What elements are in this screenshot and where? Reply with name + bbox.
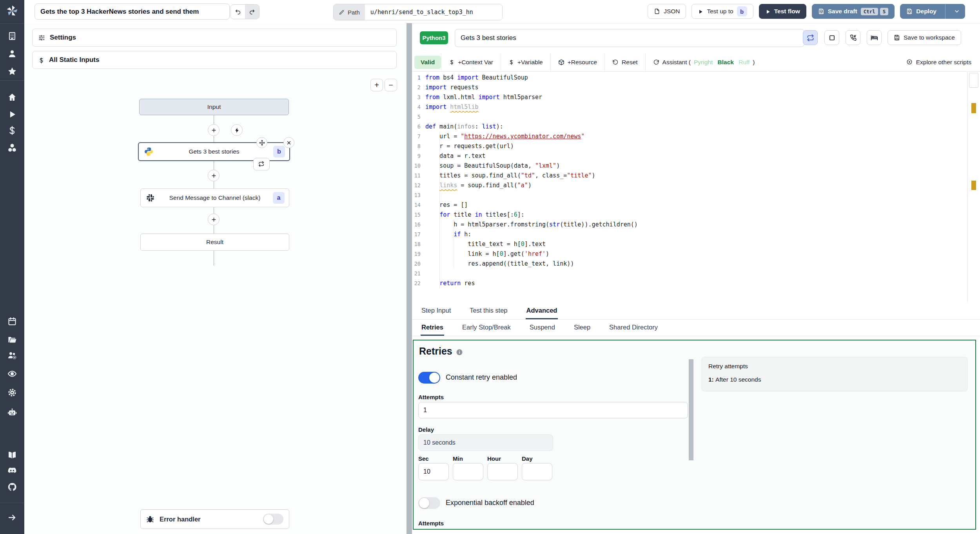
python-icon (144, 147, 154, 157)
flow-title-input[interactable] (34, 4, 230, 20)
flow-node-step-a[interactable]: Send Message to Channel (slack) a (140, 188, 289, 207)
move-step-button[interactable] (256, 137, 267, 148)
subtab-shared-directory[interactable]: Shared Directory (608, 320, 659, 336)
dollar-icon (449, 59, 455, 65)
code-line[interactable]: def main(infos: list): (425, 122, 503, 132)
sidebar-dollar-icon[interactable] (7, 126, 17, 135)
sidebar-user-icon[interactable] (7, 49, 17, 58)
json-button[interactable]: JSON (648, 4, 686, 19)
code-line[interactable]: link = h[0].get('href') (425, 249, 549, 259)
add-context-var-button[interactable]: +Context Var (441, 59, 501, 66)
retries-scrollbar[interactable] (689, 359, 693, 460)
sliders-icon (38, 34, 45, 42)
code-line[interactable]: titles = soup.find_all("td", class_="tit… (425, 171, 595, 181)
add-resource-button[interactable]: +Resource (551, 59, 604, 66)
early-stop-button[interactable] (824, 30, 839, 45)
time-field-input-day[interactable] (522, 463, 552, 480)
attempts-input[interactable] (418, 402, 688, 418)
subtab-retries[interactable]: Retries (421, 320, 444, 336)
test-up-to-button[interactable]: Test up to b (691, 4, 753, 19)
script-title-input[interactable] (455, 29, 804, 47)
line-number: 3 (412, 92, 421, 102)
sidebar-discord-icon[interactable] (7, 466, 17, 475)
add-variable-button[interactable]: +Variable (501, 59, 550, 66)
code-line[interactable]: import requests (425, 83, 478, 92)
flow-static-inputs-button[interactable]: All Static Inputs (32, 51, 397, 69)
code-line[interactable]: data = r.text (425, 151, 486, 161)
subtab-suspend[interactable]: Suspend (529, 320, 556, 336)
delete-step-button[interactable] (283, 137, 294, 148)
reset-button[interactable]: Reset (605, 59, 645, 66)
sidebar-play-icon[interactable] (7, 110, 17, 119)
trigger-button[interactable] (231, 124, 243, 136)
save-to-workspace-button[interactable]: Save to workspace (887, 30, 961, 45)
constant-retry-toggle[interactable] (418, 372, 440, 384)
windmill-logo-icon[interactable] (5, 4, 19, 18)
tab-test-this-step[interactable]: Test this step (469, 303, 508, 319)
flow-node-error-handler[interactable]: Error handler (140, 509, 289, 529)
suspend-button[interactable] (846, 30, 860, 45)
deploy-button[interactable]: Deploy (900, 4, 965, 19)
save-draft-button[interactable]: Save draft CtrlS (812, 4, 895, 19)
add-step-button[interactable] (208, 170, 220, 181)
code-line[interactable]: soup = BeautifulSoup(data, "lxml") (425, 161, 560, 171)
flow-node-input[interactable]: Input (139, 99, 289, 115)
retries-enabled-button[interactable] (803, 30, 818, 45)
time-field-input-hour[interactable] (487, 463, 518, 480)
sidebar-book-open-icon[interactable] (7, 450, 17, 460)
zoom-out-button[interactable]: − (385, 79, 397, 91)
path-input[interactable] (365, 4, 502, 20)
code-line[interactable]: title_text = h[0].text (425, 239, 546, 249)
tab-step-input[interactable]: Step Input (421, 303, 452, 319)
subtab-sleep[interactable]: Sleep (573, 320, 591, 336)
sidebar-github-icon[interactable] (7, 482, 17, 492)
sidebar-folder-open-icon[interactable] (7, 335, 17, 344)
tab-advanced[interactable]: Advanced (526, 303, 558, 319)
add-step-button[interactable] (208, 124, 220, 136)
test-flow-button[interactable]: Test flow (759, 4, 806, 19)
sidebar-calendar-icon[interactable] (7, 317, 17, 326)
sidebar-home-icon[interactable] (7, 92, 17, 102)
code-line[interactable]: res.append((title_text, link)) (425, 259, 574, 269)
code-line[interactable]: if h: (425, 230, 471, 239)
exponential-backoff-toggle[interactable] (418, 497, 440, 509)
flow-settings-button[interactable]: Settings (32, 29, 397, 47)
flow-node-result[interactable]: Result (140, 234, 289, 251)
retry-indicator-button[interactable] (253, 158, 270, 170)
sidebar-users-gear-icon[interactable] (7, 351, 17, 360)
code-editor[interactable]: 1from bs4 import BeautifulSoup2import re… (412, 72, 980, 303)
minimap-slider[interactable] (969, 73, 978, 88)
sidebar-robot-icon[interactable] (7, 408, 17, 417)
explore-scripts-button[interactable]: Explore other scripts (899, 59, 980, 66)
sidebar-arrow-right-icon[interactable] (7, 513, 17, 522)
panel-resize-handle[interactable] (407, 23, 412, 534)
edit-path-button[interactable]: Path (334, 4, 365, 20)
sidebar-boxes-icon[interactable] (7, 143, 17, 152)
code-line[interactable]: return res (425, 279, 475, 288)
add-step-button[interactable] (208, 214, 220, 225)
code-line[interactable]: url = "https://news.ycombinator.com/news… (425, 132, 584, 141)
sleep-button[interactable] (867, 30, 882, 45)
code-line[interactable]: import html5lib (425, 102, 478, 112)
subtab-early-stop-break[interactable]: Early Stop/Break (461, 320, 512, 336)
code-line[interactable]: h = html5parser.fromstring(str(title)).g… (425, 220, 638, 230)
sidebar-star-icon[interactable] (7, 67, 17, 76)
code-line[interactable]: from lxml.html import html5parser (425, 92, 542, 102)
deploy-dropdown-button[interactable] (949, 8, 965, 14)
sidebar-building-icon[interactable] (7, 31, 17, 41)
code-line[interactable]: from bs4 import BeautifulSoup (425, 73, 528, 83)
assistant-button[interactable]: Assistant (Pyright Black Ruff) (646, 59, 762, 66)
info-icon[interactable] (456, 349, 463, 356)
sidebar-eye-icon[interactable] (7, 369, 17, 378)
undo-button[interactable] (231, 5, 245, 19)
code-line[interactable]: links = soup.find_all("a") (425, 181, 532, 190)
time-field-input-sec[interactable] (418, 463, 449, 480)
code-line[interactable]: r = requests.get(url) (425, 141, 514, 151)
zoom-in-button[interactable]: + (370, 79, 383, 91)
code-line[interactable]: for title in titles[:6]: (425, 210, 524, 220)
code-line[interactable]: res = [] (425, 200, 468, 210)
redo-button[interactable] (245, 5, 259, 19)
error-handler-toggle[interactable] (263, 514, 283, 525)
sidebar-gear-icon[interactable] (7, 388, 17, 397)
time-field-input-min[interactable] (453, 463, 483, 480)
